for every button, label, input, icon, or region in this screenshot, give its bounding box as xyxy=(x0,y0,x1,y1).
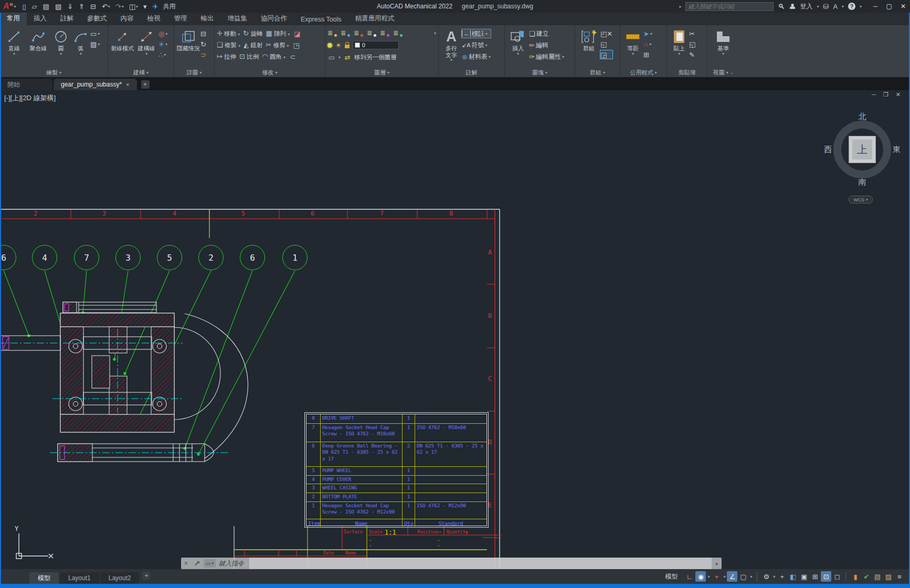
array-button[interactable]: ▦ 陣列 ▾ xyxy=(266,29,290,38)
customization-menu-icon[interactable]: ≡ xyxy=(894,571,905,582)
signin-button[interactable]: 登入 xyxy=(800,2,812,11)
BOTTOM PLATE[interactable]: 2 BOTTOM PLATE 1 xyxy=(306,493,486,501)
layer-unisolate-icon[interactable]: ≣ xyxy=(380,30,389,37)
layer-state-icon[interactable]: ▭ xyxy=(327,54,336,61)
Hexagon Socket Head Cap Screw - ISO 4762 - M12x90[interactable]: 1 Hexagon Socket Head Cap Screw - ISO 47… xyxy=(306,501,486,519)
annotation-scale-icon[interactable]: ▣ xyxy=(799,571,809,582)
command-expand-icon[interactable]: ▲ xyxy=(712,561,722,566)
command-recent-button[interactable]: ▭▾ xyxy=(204,559,216,568)
paste-button[interactable]: 貼上▾ xyxy=(669,27,689,56)
panel-label-groups[interactable]: 群組▾ xyxy=(575,68,620,77)
DRIVE SHAFT[interactable]: 8 DRIVE SHAFT 1 xyxy=(306,414,486,423)
center-mark-button[interactable]: ◎▾ xyxy=(158,29,167,38)
divide-button[interactable]: ∴▾ xyxy=(158,50,167,59)
object-snap-icon[interactable]: ▢ xyxy=(738,571,748,582)
measure-button[interactable]: 等距▾ xyxy=(622,27,643,56)
insert-block-button[interactable]: 插入▾ xyxy=(507,27,529,56)
panel-label-modify[interactable]: 修改▾ xyxy=(215,68,325,77)
panel-label-detail[interactable]: 詳圖▾ xyxy=(174,68,214,77)
copy-clip-button[interactable]: ◱ xyxy=(689,40,695,48)
ribbon-tab[interactable]: 管理 xyxy=(167,13,194,25)
rectangle-tool-button[interactable]: ▭▾ xyxy=(90,29,100,38)
attach-icon[interactable]: ▤ xyxy=(872,571,883,582)
hide-situation-button[interactable]: 隱藏情況 xyxy=(176,27,200,52)
separator[interactable]: │ xyxy=(843,571,850,582)
stretch-button[interactable]: ↦ 拉伸 xyxy=(217,52,236,61)
angle-snap-icon[interactable]: ∠ xyxy=(727,571,737,582)
doc-close-button[interactable]: ✕ xyxy=(896,91,901,98)
group-selection-toggle[interactable]: ◲ xyxy=(600,50,612,59)
caret-icon[interactable]: ▾ xyxy=(706,571,711,582)
panel-label-draw[interactable]: 繪製▾ xyxy=(0,68,108,77)
model-paper-toggle[interactable]: 模型 xyxy=(661,571,682,582)
offset-icon[interactable]: ⊂ xyxy=(289,53,297,61)
detail-clip-button[interactable]: ⊃ xyxy=(200,50,206,59)
help-caret-icon[interactable]: ▾ xyxy=(860,4,862,9)
move-button[interactable]: ✛ 移動 ▾ xyxy=(217,29,240,38)
ribbon-tab[interactable]: 參數式 xyxy=(80,13,114,25)
ribbon-tab[interactable]: 精選應用程式 xyxy=(348,13,401,25)
circle-button[interactable]: 圓▾ xyxy=(50,27,71,56)
panel-label-view[interactable]: 視圖▾⌄ xyxy=(707,68,739,77)
cut-button[interactable]: ✂ xyxy=(689,29,695,38)
autodesk-apps-icon[interactable]: A xyxy=(833,3,838,10)
layer-select-combo[interactable]: 0 xyxy=(353,41,399,49)
command-line[interactable]: × ▭▾ 鍵入指令 ▲ xyxy=(181,558,722,569)
rotate-button[interactable]: ↻ 旋轉 xyxy=(243,29,262,38)
pump-section-view[interactable] xyxy=(0,302,248,462)
viewport-controls[interactable]: [-][上][2D 線架構] xyxy=(4,93,56,103)
separator[interactable]: │ xyxy=(754,571,760,582)
undo-icon[interactable]: ↶▾ xyxy=(100,2,112,11)
help-icon[interactable]: ? xyxy=(848,3,855,10)
ribbon-tab[interactable]: 常用 xyxy=(0,13,27,25)
Hexagon Socket Head Cap Screw - ISO 4762 - M10x60[interactable]: 7 Hexagon Socket Head Cap Screw - ISO 47… xyxy=(306,423,486,442)
app-menu-button[interactable]: A M ▾ xyxy=(3,2,16,11)
viewcube-top-face[interactable]: 上 xyxy=(849,136,876,163)
viewcube-south[interactable]: 南 xyxy=(859,177,866,187)
new-drawing-tab-button[interactable]: + xyxy=(141,80,150,89)
save-to-web-icon[interactable]: ⇑ xyxy=(77,2,87,11)
ribbon-tab[interactable]: Express Tools xyxy=(294,14,348,25)
ribbon-tab[interactable]: 插入 xyxy=(27,13,54,25)
base-view-button[interactable]: 基準▾ xyxy=(711,27,735,56)
group-edit-button[interactable]: ◱ xyxy=(600,40,612,48)
search-icon[interactable]: 🔍︎ xyxy=(778,3,785,10)
ribbon-tab[interactable]: 輸出 xyxy=(194,13,221,25)
trim-button[interactable]: ✂ 修剪 ▾ xyxy=(266,41,289,49)
detail-rotate-button[interactable]: ↻ xyxy=(200,40,206,48)
WHEEL CASING[interactable]: 3 WHEEL CASING 1 xyxy=(306,484,486,493)
close-button[interactable]: ✕ xyxy=(901,3,906,10)
balloon-callout[interactable]: 2 xyxy=(198,245,224,270)
maximize-button[interactable]: ▢ xyxy=(886,3,892,10)
symbol-button[interactable]: ↙A符號▾ xyxy=(462,41,491,49)
ribbon-tab[interactable]: 檢視 xyxy=(141,13,167,25)
ray-mode-button[interactable]: 射線模式 xyxy=(110,27,134,52)
caret-icon[interactable]: ▾ xyxy=(749,571,753,582)
search-expander-icon[interactable]: ▸ xyxy=(679,4,681,9)
drawing-canvas[interactable]: [-][上][2D 線架構] ─ ❐ ✕ xyxy=(0,90,910,569)
polar-tracking-icon[interactable]: + xyxy=(711,571,722,582)
panel-label-clipboard[interactable]: 剪貼簿 xyxy=(667,68,707,77)
save-as-icon[interactable]: ▧ xyxy=(53,2,64,11)
layout-tab[interactable]: 模型 xyxy=(29,572,59,584)
layer-freeze-icon[interactable]: ≣ xyxy=(393,30,402,37)
layer-isolate-icon[interactable]: ≣ xyxy=(367,30,376,37)
layer-prev-icon[interactable]: ≣ xyxy=(354,30,363,37)
quick-calc-button[interactable]: ⊞ xyxy=(643,50,652,59)
ortho-icon[interactable]: ∟ xyxy=(684,571,695,582)
fillet-button[interactable]: ◠ 圓角 ▾ xyxy=(262,52,285,61)
caret-icon[interactable]: ▾ xyxy=(772,571,776,582)
mirror-button[interactable]: ◭ 鏡射 xyxy=(244,41,262,49)
balloon-callout[interactable]: 6 xyxy=(240,245,265,270)
layout-tab[interactable]: Layout1 xyxy=(60,572,99,584)
panel-label-block[interactable]: 圖塊▾ xyxy=(505,68,575,77)
viewcube-north[interactable]: 北 xyxy=(859,112,866,122)
match-properties-button[interactable]: ✎ xyxy=(689,50,695,59)
point-button[interactable]: ✳▾ xyxy=(158,40,167,48)
settings-gear-icon[interactable]: ⚙ xyxy=(761,571,771,582)
erase-icon[interactable]: ◪ xyxy=(293,30,301,38)
balloon-callout[interactable]: 1 xyxy=(282,245,308,270)
balloon-callout[interactable]: 3 xyxy=(115,245,141,270)
plot-icon[interactable]: ⊟ xyxy=(88,2,99,11)
command-close-icon[interactable]: × xyxy=(184,560,188,567)
